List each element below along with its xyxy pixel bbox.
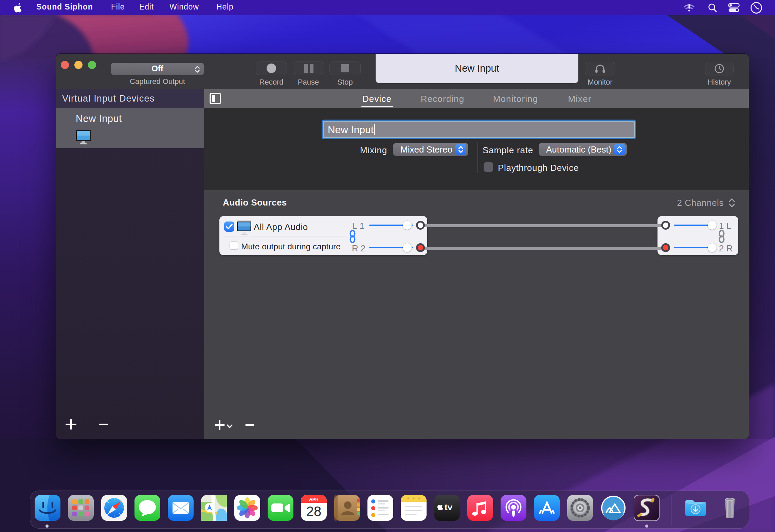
svg-text:tv: tv: [445, 502, 453, 512]
svg-text:APR: APR: [309, 497, 319, 502]
svg-text:28: 28: [306, 504, 322, 519]
